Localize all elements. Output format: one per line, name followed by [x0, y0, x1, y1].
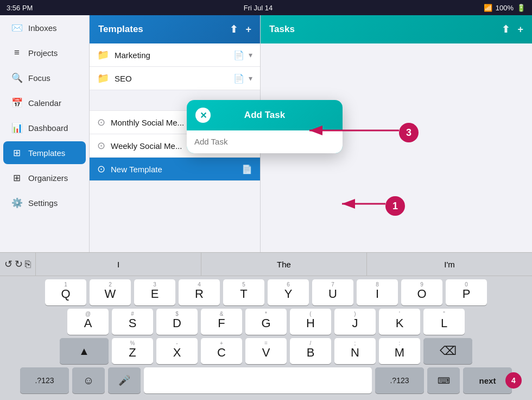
- template-icon-weekly: ⊙: [97, 140, 105, 152]
- keyboard-button[interactable]: ⌨: [427, 367, 460, 393]
- emoji-button[interactable]: ☺: [72, 367, 105, 393]
- sidebar-label-dashboard: Dashboard: [28, 123, 68, 133]
- focus-icon: 🔍: [11, 72, 23, 84]
- key-y[interactable]: 6Y: [268, 279, 309, 305]
- key-j[interactable]: )J: [334, 309, 376, 335]
- templates-icon: ⊞: [11, 147, 23, 159]
- sidebar-item-dashboard[interactable]: 📊 Dashboard: [3, 116, 86, 139]
- arrow-1: [339, 198, 388, 209]
- inboxes-icon: ✉️: [11, 22, 23, 34]
- key-c[interactable]: +C: [201, 338, 242, 364]
- projects-icon: ≡: [11, 47, 23, 59]
- modal-title: Add Task: [211, 110, 319, 121]
- close-icon: ✕: [200, 110, 207, 121]
- key-s[interactable]: #S: [112, 309, 153, 335]
- status-right: 📶 100% 🔋: [484, 4, 525, 12]
- key-b[interactable]: /B: [290, 338, 331, 364]
- tasks-header-actions: ⬆ +: [502, 23, 523, 35]
- key-i[interactable]: 8I: [357, 279, 398, 305]
- keyboard: 1Q 2W 3E 4R 5T 6Y 7U 8I 9O 0P @A #S $D &…: [0, 276, 532, 400]
- key-p[interactable]: 0P: [446, 279, 487, 305]
- key-row-4: .?123 ☺ 🎤 .?123 ⌨ next 4: [2, 367, 530, 393]
- sidebar-item-inboxes[interactable]: ✉️ Inboxes: [3, 16, 86, 39]
- pred-word-i[interactable]: I: [36, 253, 201, 276]
- sidebar-label-settings: Settings: [28, 198, 58, 208]
- key-row-2: @A #S $D &F *G (H )J 'K "L: [2, 309, 530, 335]
- status-time: 3:56 PM: [7, 4, 33, 12]
- key-row-3: ▲ %Z -X +C =V /B ;N :M ⌫: [2, 338, 530, 364]
- annotation-1: 1: [385, 196, 405, 216]
- key-h[interactable]: (H: [290, 309, 331, 335]
- key-g[interactable]: *G: [245, 309, 287, 335]
- predictive-bar: ↺ ↻ ⎘ I The I'm: [0, 252, 532, 276]
- sidebar-label-calendar: Calendar: [28, 98, 61, 108]
- template-new[interactable]: ⊙ New Template 📄: [90, 158, 260, 181]
- calendar-icon: 📅: [11, 97, 23, 109]
- backspace-button[interactable]: ⌫: [423, 338, 472, 364]
- sidebar-item-templates[interactable]: ⊞ Templates: [3, 141, 86, 164]
- sidebar-label-focus: Focus: [28, 73, 50, 83]
- key-r[interactable]: 4R: [179, 279, 220, 305]
- wifi-icon: 📶: [484, 4, 492, 12]
- content-main: Templates ⬆ + 📁 Marketing 📄 ▾ 📁 SEO: [90, 15, 532, 252]
- pred-left-actions: ↺ ↻ ⎘: [0, 258, 35, 270]
- pred-word-im[interactable]: I'm: [367, 253, 532, 276]
- sidebar-label-projects: Projects: [28, 48, 58, 58]
- main-area: ✉️ Inboxes ≡ Projects 🔍 Focus 📅 Calendar…: [0, 15, 532, 252]
- sidebar-item-calendar[interactable]: 📅 Calendar: [3, 91, 86, 114]
- key-row-1: 1Q 2W 3E 4R 5T 6Y 7U 8I 9O 0P: [2, 279, 530, 305]
- sidebar-label-templates: Templates: [28, 148, 65, 158]
- folder-icon-seo: 📁: [97, 72, 109, 84]
- battery-label: 100%: [496, 4, 514, 12]
- sidebar: ✉️ Inboxes ≡ Projects 🔍 Focus 📅 Calendar…: [0, 15, 90, 252]
- key-n[interactable]: ;N: [334, 338, 376, 364]
- key-q[interactable]: 1Q: [45, 279, 86, 305]
- pred-word-the[interactable]: The: [201, 253, 367, 276]
- sidebar-item-focus[interactable]: 🔍 Focus: [3, 66, 86, 89]
- bottom-area: ↺ ↻ ⎘ I The I'm 1Q 2W 3E 4R 5T 6Y 7U 8I …: [0, 252, 532, 400]
- undo-button[interactable]: ↺: [4, 258, 12, 270]
- sidebar-item-settings[interactable]: ⚙️ Settings: [3, 191, 86, 214]
- add-task-input[interactable]: [194, 137, 335, 146]
- folder-icon: 📁: [97, 49, 109, 61]
- dashboard-icon: 📊: [11, 122, 23, 134]
- organizers-icon: ⊞: [11, 172, 23, 184]
- key-m[interactable]: :M: [379, 338, 420, 364]
- key-k[interactable]: 'K: [379, 309, 420, 335]
- key-w[interactable]: 2W: [90, 279, 131, 305]
- key-a[interactable]: @A: [67, 309, 109, 335]
- key-l[interactable]: "L: [423, 309, 465, 335]
- key-o[interactable]: 9O: [401, 279, 442, 305]
- arrow-3: [307, 125, 402, 136]
- next-button[interactable]: next 4: [463, 367, 512, 393]
- tasks-share-icon[interactable]: ⬆: [502, 23, 510, 35]
- space-button[interactable]: [144, 367, 372, 393]
- status-day: Fri Jul 14: [244, 4, 273, 12]
- key-x[interactable]: -X: [156, 338, 198, 364]
- mic-button[interactable]: 🎤: [108, 367, 141, 393]
- key-d[interactable]: $D: [156, 309, 198, 335]
- key-z[interactable]: %Z: [112, 338, 153, 364]
- battery-icon: 🔋: [517, 4, 525, 12]
- number-switch-right-button[interactable]: .?123: [375, 367, 424, 393]
- paste-button[interactable]: ⎘: [25, 259, 31, 270]
- sidebar-item-projects[interactable]: ≡ Projects: [3, 41, 86, 64]
- template-icon-monthly: ⊙: [97, 116, 105, 128]
- key-v[interactable]: =V: [245, 338, 287, 364]
- sidebar-item-organizers[interactable]: ⊞ Organizers: [3, 166, 86, 189]
- annotation-4: 4: [505, 372, 522, 389]
- predictive-words: I The I'm: [35, 253, 532, 276]
- template-icon-new: ⊙: [97, 163, 105, 175]
- key-f[interactable]: &F: [201, 309, 242, 335]
- tasks-add-icon[interactable]: +: [517, 24, 523, 35]
- modal-close-button[interactable]: ✕: [195, 108, 211, 123]
- settings-icon: ⚙️: [11, 197, 23, 209]
- key-u[interactable]: 7U: [312, 279, 353, 305]
- redo-button[interactable]: ↻: [15, 258, 23, 270]
- doc-icon-new: 📄: [242, 164, 252, 174]
- number-switch-left-button[interactable]: .?123: [20, 367, 69, 393]
- sidebar-label-organizers: Organizers: [28, 173, 68, 183]
- shift-left-button[interactable]: ▲: [60, 338, 109, 364]
- key-e[interactable]: 3E: [134, 279, 175, 305]
- key-t[interactable]: 5T: [223, 279, 264, 305]
